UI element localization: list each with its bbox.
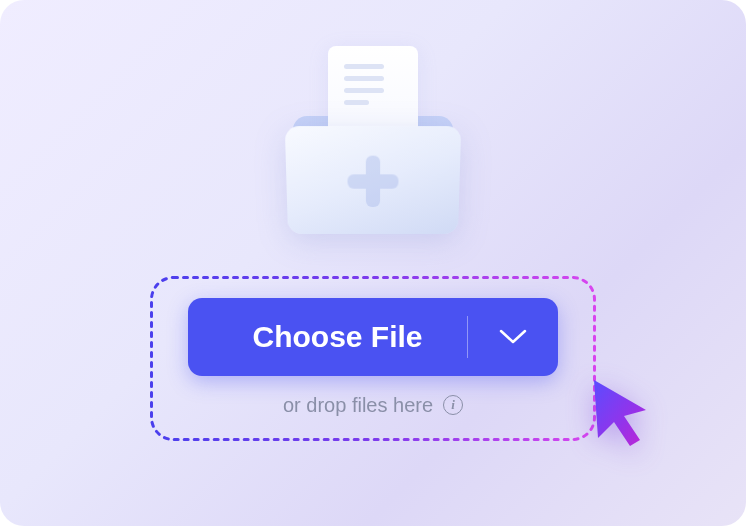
plus-icon	[347, 155, 398, 206]
upload-panel: Choose File or drop files here i	[0, 0, 746, 526]
folder-upload-illustration	[283, 46, 463, 246]
choose-file-button[interactable]: Choose File	[188, 298, 558, 376]
drop-hint-row: or drop files here i	[283, 394, 463, 417]
dropzone[interactable]: Choose File or drop files here i	[150, 276, 596, 441]
choose-file-label: Choose File	[188, 320, 467, 354]
choose-file-dropdown[interactable]	[468, 329, 558, 345]
folder-front-icon	[285, 126, 461, 234]
drop-hint-text: or drop files here	[283, 394, 433, 417]
cursor-pointer-icon	[586, 376, 658, 448]
chevron-down-icon	[499, 329, 527, 345]
info-icon[interactable]: i	[443, 395, 463, 415]
